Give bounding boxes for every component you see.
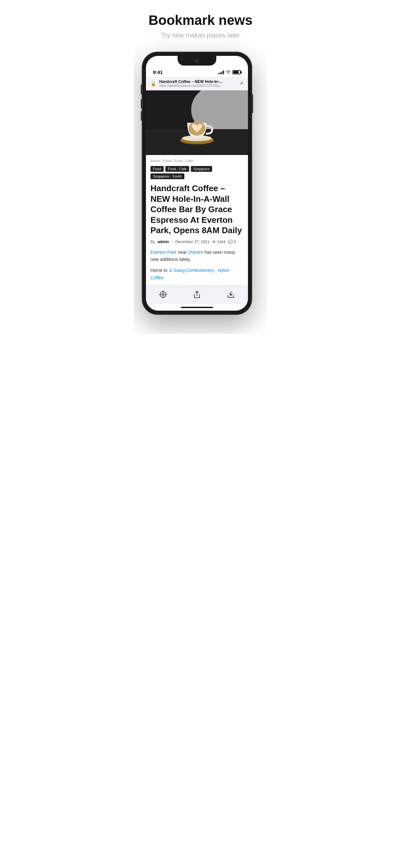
signal-icon xyxy=(218,70,224,74)
tag-list: Food Food - Cafe Singapore Singapore - S… xyxy=(150,166,243,179)
everton-park-link[interactable]: Everton Park xyxy=(150,250,177,255)
target-button[interactable] xyxy=(154,289,172,302)
page-title: Bookmark news xyxy=(142,13,259,28)
home-bar xyxy=(181,307,213,308)
browser-address-bar[interactable]: 🔒 Handcraft Coffee – NEW Hole-In-... htt… xyxy=(146,77,248,90)
near-text: near xyxy=(178,250,188,255)
browser-tab-title: Handcraft Coffee – NEW Hole-In-... xyxy=(159,80,237,84)
status-bar: 9:41 xyxy=(146,66,248,77)
article-content: Home › Food › Food - Cafe Food Food - Ca… xyxy=(146,155,248,285)
article-views: 👁 1444 xyxy=(212,240,226,244)
browser-toolbar xyxy=(146,285,248,304)
status-icons xyxy=(218,70,241,74)
article-meta: By admin - December 27, 2021 👁 1444 💬 0 xyxy=(150,240,243,244)
status-time: 9:41 xyxy=(153,69,163,75)
article-excerpt-1: Everton Park near Outram has seen many n… xyxy=(150,249,243,263)
phone-mockup: 9:41 xyxy=(142,52,252,314)
meta-separator: - xyxy=(172,240,173,244)
article-author[interactable]: admin xyxy=(158,240,169,244)
browser-tab-url: https://danielfooddiary.com/2021/12/27/h… xyxy=(159,84,237,88)
views-count: 1444 xyxy=(217,240,226,244)
close-tab-button[interactable]: × xyxy=(240,80,243,87)
tag-singapore[interactable]: Singapore xyxy=(191,166,212,172)
eye-icon: 👁 xyxy=(212,240,216,244)
phone-screen: 9:41 xyxy=(146,56,248,311)
download-button[interactable] xyxy=(222,289,240,302)
comma-sep: , xyxy=(215,268,218,273)
page-subtitle: Try new makan places later xyxy=(142,32,259,39)
outram-link[interactable]: Outram xyxy=(188,250,204,255)
share-button[interactable] xyxy=(188,289,206,302)
article-comments: 💬 0 xyxy=(228,240,236,244)
wifi-icon xyxy=(226,70,231,74)
tag-food[interactable]: Food xyxy=(150,166,164,172)
ji-xiang-link[interactable]: Ji Xiang Confectionery xyxy=(169,268,214,273)
url-area[interactable]: Handcraft Coffee – NEW Hole-In-... https… xyxy=(159,80,237,88)
notch xyxy=(178,56,216,66)
comments-count: 0 xyxy=(234,240,236,244)
svg-point-11 xyxy=(162,293,164,296)
svg-point-8 xyxy=(192,124,196,127)
home-to-text: Home to xyxy=(150,268,169,273)
article-date: December 27, 2021 xyxy=(175,240,209,244)
tag-singapore-south[interactable]: Singapore - South xyxy=(150,174,184,179)
notch-area xyxy=(146,56,248,66)
volume-buttons xyxy=(141,99,142,121)
article-excerpt-2: Home to Ji Xiang Confectionery , Nylon C… xyxy=(150,267,243,281)
lock-icon: 🔒 xyxy=(150,81,156,86)
by-label: By xyxy=(150,240,155,244)
breadcrumb: Home › Food › Food - Cafe xyxy=(150,159,243,163)
svg-point-9 xyxy=(198,124,202,127)
comment-icon: 💬 xyxy=(228,240,233,244)
tag-food-cafe[interactable]: Food - Cafe xyxy=(165,166,189,172)
front-camera xyxy=(195,59,199,63)
home-indicator xyxy=(146,304,248,311)
article-hero-image xyxy=(146,90,248,155)
article-title: Handcraft Coffee – NEW Hole-In-A-Wall Co… xyxy=(150,183,243,236)
battery-icon xyxy=(233,70,241,74)
